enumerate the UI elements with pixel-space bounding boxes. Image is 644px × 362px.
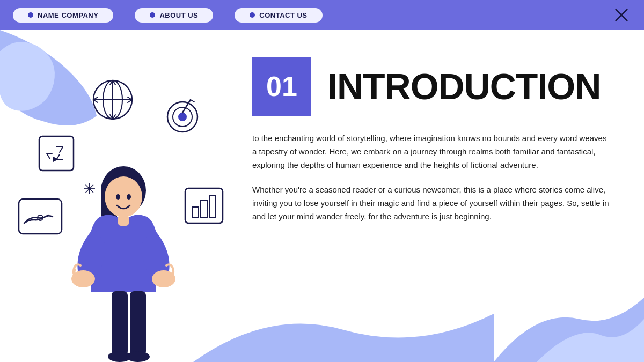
svg-rect-23 (118, 215, 129, 226)
svg-point-8 (178, 113, 187, 121)
nav-label-contact-us: CONTACT US (259, 11, 307, 19)
nav-label-name-company: NAME COMPANY (38, 11, 98, 19)
left-panel: ✳ (0, 30, 241, 362)
navbar: NAME COMPANY ABOUT US CONTACT US (0, 0, 644, 30)
svg-rect-17 (209, 195, 216, 218)
svg-point-25 (152, 270, 175, 287)
right-panel: 01 INTRODUCTION to the enchanting world … (241, 30, 644, 362)
globe-icon (86, 73, 140, 127)
nav-label-about-us: ABOUT US (159, 11, 198, 19)
svg-point-29 (126, 351, 150, 362)
svg-rect-15 (192, 207, 199, 218)
svg-point-21 (116, 194, 120, 200)
nav-items: NAME COMPANY ABOUT US CONTACT US (13, 8, 612, 23)
bar-chart-icon (182, 186, 225, 226)
nav-dot (28, 12, 33, 18)
svg-rect-16 (201, 201, 207, 218)
nav-dot (250, 12, 255, 18)
intro-paragraph-2: Whether you're a seasoned reader or a cu… (252, 183, 612, 223)
close-icon (614, 8, 629, 23)
section-header: 01 INTRODUCTION (252, 57, 612, 116)
svg-rect-12 (19, 199, 62, 234)
nav-item-about-us[interactable]: ABOUT US (135, 8, 213, 23)
number-box: 01 (252, 57, 311, 116)
intro-paragraph-1: to the enchanting world of storytelling,… (252, 132, 612, 172)
svg-point-20 (105, 176, 142, 217)
nav-item-contact-us[interactable]: CONTACT US (235, 8, 322, 23)
svg-rect-27 (130, 291, 146, 356)
close-button[interactable] (612, 5, 631, 25)
svg-rect-26 (112, 291, 128, 356)
handshake-icon (16, 196, 64, 237)
svg-point-22 (127, 194, 131, 200)
person-illustration (64, 158, 182, 362)
nav-item-name-company[interactable]: NAME COMPANY (13, 8, 113, 23)
section-number: 01 (266, 70, 297, 102)
nav-dot (150, 12, 155, 18)
content-area: ✳ (0, 30, 644, 362)
target-icon (161, 94, 204, 137)
section-title: INTRODUCTION (327, 68, 601, 105)
